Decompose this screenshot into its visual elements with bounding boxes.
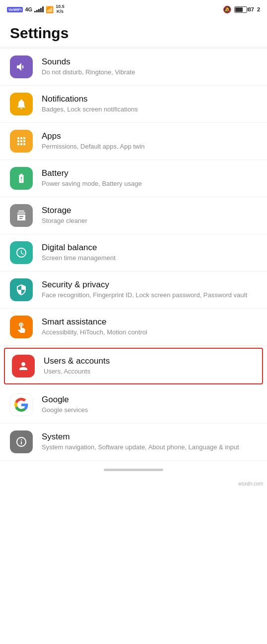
apps-icon — [10, 130, 33, 153]
storage-title: Storage — [42, 206, 257, 215]
settings-item-smart-assistance[interactable]: Smart assistance Accessibility, HiTouch,… — [0, 309, 267, 346]
smart-assistance-title: Smart assistance — [42, 317, 257, 327]
google-icon — [10, 393, 33, 416]
notifications-subtitle: Badges, Lock screen notifications — [42, 106, 257, 114]
apps-subtitle: Permissions, Default apps, App twin — [42, 143, 257, 151]
storage-text: Storage Storage cleaner — [42, 206, 257, 225]
status-right: 🔕 37 2 — [223, 5, 260, 13]
page-title: Settings — [0, 18, 267, 47]
google-subtitle: Google services — [42, 406, 257, 415]
notifications-title: Notifications — [42, 94, 257, 104]
extra-indicator: 2 — [257, 6, 260, 12]
digital-balance-subtitle: Screen time management — [42, 254, 257, 263]
system-icon — [10, 430, 33, 453]
battery-subtitle: Power saving mode, Battery usage — [42, 180, 257, 188]
notifications-text: Notifications Badges, Lock screen notifi… — [42, 94, 257, 114]
status-bar: VoWiFi 4G 📶 10.5K/s 🔕 37 2 — [0, 0, 267, 18]
users-accounts-text: Users & accounts Users, Accounts — [44, 356, 255, 376]
system-title: System — [42, 432, 257, 442]
battery-indicator: 37 — [234, 6, 254, 13]
sounds-text: Sounds Do not disturb, Ringtone, Vibrate — [42, 57, 257, 77]
system-subtitle: System navigation, Software update, Abou… — [42, 443, 257, 452]
security-privacy-icon — [10, 278, 33, 301]
settings-item-digital-balance[interactable]: Digital balance Screen time management — [0, 234, 267, 271]
settings-item-system[interactable]: System System navigation, Software updat… — [0, 424, 267, 461]
system-text: System System navigation, Software updat… — [42, 432, 257, 452]
smart-assistance-subtitle: Accessibility, HiTouch, Motion control — [42, 328, 257, 337]
digital-balance-icon — [10, 241, 33, 264]
sounds-title: Sounds — [42, 57, 257, 67]
status-left: VoWiFi 4G 📶 10.5K/s — [7, 4, 65, 14]
watermark: wsxdn.com — [0, 481, 267, 488]
network-type: 4G — [25, 6, 32, 12]
users-accounts-icon — [12, 355, 35, 377]
settings-item-sounds[interactable]: Sounds Do not disturb, Ringtone, Vibrate — [0, 49, 267, 86]
settings-item-storage[interactable]: Storage Storage cleaner — [0, 197, 267, 234]
apps-title: Apps — [42, 131, 257, 141]
vowifi-badge: VoWiFi — [7, 7, 23, 12]
battery-percent: 37 — [248, 6, 254, 12]
settings-item-security-privacy[interactable]: Security & privacy Face recognition, Fin… — [0, 271, 267, 309]
settings-item-users-accounts[interactable]: Users & accounts Users, Accounts — [4, 348, 263, 384]
apps-text: Apps Permissions, Default apps, App twin — [42, 131, 257, 151]
battery-icon — [10, 167, 33, 190]
signal-bars — [34, 6, 44, 12]
settings-item-battery[interactable]: Battery Power saving mode, Battery usage — [0, 160, 267, 197]
settings-item-google[interactable]: Google Google services — [0, 386, 267, 424]
home-indicator — [0, 461, 267, 481]
google-title: Google — [42, 395, 257, 405]
smart-assistance-icon — [10, 316, 33, 338]
battery-text: Battery Power saving mode, Battery usage — [42, 168, 257, 188]
security-privacy-subtitle: Face recognition, Fingerprint ID, Lock s… — [42, 291, 257, 300]
users-accounts-subtitle: Users, Accounts — [44, 368, 255, 376]
speed-text: 10.5K/s — [56, 4, 65, 14]
google-text: Google Google services — [42, 395, 257, 415]
battery-title: Battery — [42, 168, 257, 178]
security-privacy-title: Security & privacy — [42, 280, 257, 290]
storage-subtitle: Storage cleaner — [42, 217, 257, 225]
sounds-subtitle: Do not disturb, Ringtone, Vibrate — [42, 68, 257, 77]
settings-list: Sounds Do not disturb, Ringtone, Vibrate… — [0, 49, 267, 461]
bell-slash-icon: 🔕 — [223, 5, 231, 13]
digital-balance-text: Digital balance Screen time management — [42, 243, 257, 263]
settings-item-apps[interactable]: Apps Permissions, Default apps, App twin — [0, 123, 267, 160]
smart-assistance-text: Smart assistance Accessibility, HiTouch,… — [42, 317, 257, 337]
storage-icon — [10, 204, 33, 227]
home-bar — [104, 469, 163, 471]
sounds-icon — [10, 55, 33, 78]
security-privacy-text: Security & privacy Face recognition, Fin… — [42, 280, 257, 300]
settings-item-notifications[interactable]: Notifications Badges, Lock screen notifi… — [0, 86, 267, 123]
wifi-icon: 📶 — [46, 6, 54, 13]
digital-balance-title: Digital balance — [42, 243, 257, 253]
users-accounts-title: Users & accounts — [44, 356, 255, 366]
notifications-icon — [10, 93, 33, 115]
